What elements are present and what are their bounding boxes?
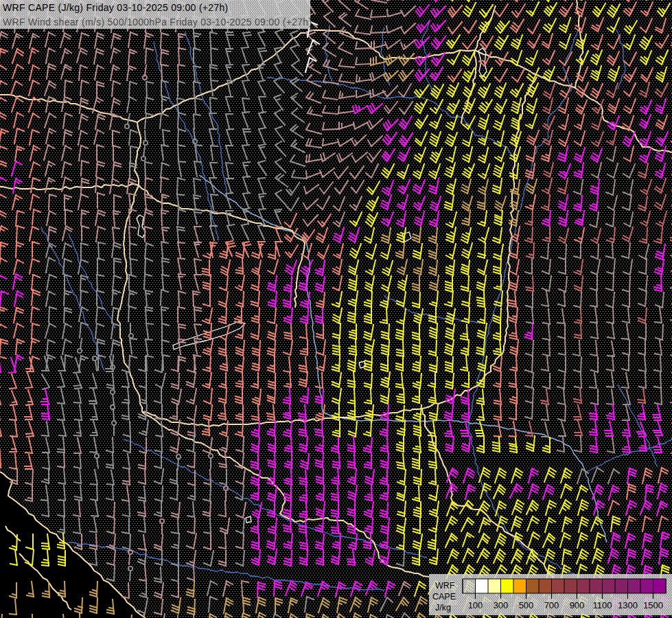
svg-text:900: 900 — [570, 600, 585, 610]
svg-text:100: 100 — [468, 600, 483, 610]
svg-text:J/kg: J/kg — [435, 603, 451, 613]
svg-text:1300: 1300 — [618, 600, 638, 610]
svg-text:WRF: WRF — [435, 581, 455, 591]
svg-text:1100: 1100 — [593, 600, 612, 610]
svg-text:300: 300 — [494, 600, 509, 610]
svg-text:1500: 1500 — [643, 600, 663, 610]
svg-text:700: 700 — [544, 600, 559, 610]
svg-text:500: 500 — [519, 600, 534, 610]
svg-text:WRF Wind shear (m/s) 500/1000h: WRF Wind shear (m/s) 500/1000hPa Friday … — [3, 16, 312, 27]
svg-text:CAPE: CAPE — [432, 592, 456, 602]
svg-text:WRF CAPE (J/kg) Friday 03-10-2: WRF CAPE (J/kg) Friday 03-10-2025 09:00 … — [3, 2, 229, 13]
